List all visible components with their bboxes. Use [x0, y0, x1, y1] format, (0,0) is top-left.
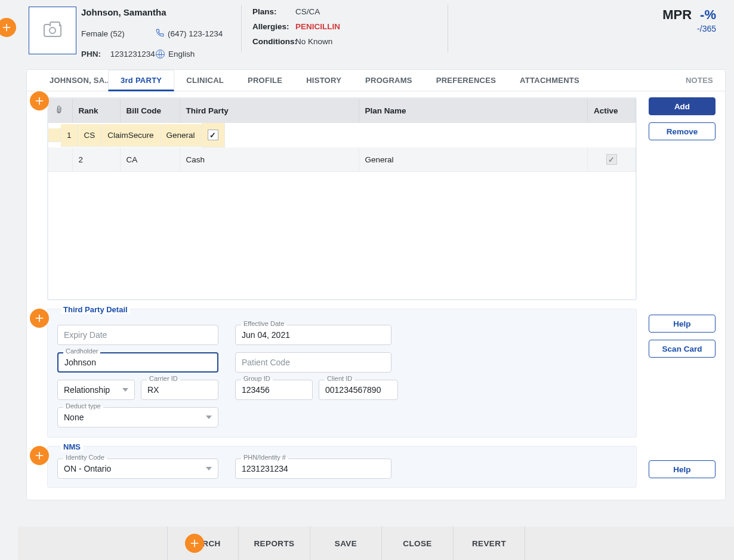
patient-plans: Plans:CS/CA — [252, 7, 340, 16]
col-active[interactable]: Active — [588, 99, 636, 123]
globe-icon — [156, 50, 165, 59]
col-rank[interactable]: Rank — [72, 99, 120, 123]
mpr-block: MPR-% -/365 — [662, 5, 716, 61]
tab-notes[interactable]: NOTES — [674, 70, 725, 91]
divider — [448, 5, 448, 53]
chevron-down-icon — [206, 467, 212, 470]
patient-language: English — [156, 50, 230, 59]
active-checkbox[interactable]: ✓ — [208, 130, 218, 140]
remove-button[interactable]: Remove — [649, 122, 716, 140]
patient-sex-age: Female (52) — [81, 29, 156, 39]
plus-icon-bottom[interactable]: ＋ — [185, 534, 204, 553]
tab-history[interactable]: HISTORY — [294, 70, 353, 91]
col-plan[interactable]: Plan Name — [359, 99, 588, 123]
patient-photo-placeholder[interactable] — [29, 7, 76, 54]
cell-rank: 1 — [61, 124, 78, 147]
save-button[interactable]: SAVE — [310, 527, 382, 560]
third-party-detail-section: Third Party Detail Effective Date Cardho… — [47, 309, 637, 438]
table-row[interactable]: 2 CA Cash General ✓ — [48, 147, 636, 172]
tab-attachments[interactable]: ATTACHMENTS — [508, 70, 591, 91]
reports-button[interactable]: REPORTS — [239, 527, 310, 560]
cell-plan: General — [161, 124, 202, 147]
plus-icon-top[interactable]: ＋ — [0, 18, 16, 37]
active-checkbox: ✓ — [606, 154, 617, 165]
section-legend: Third Party Detail — [61, 305, 130, 314]
col-thirdparty[interactable]: Third Party — [180, 99, 359, 123]
client-id-field[interactable]: Client ID — [319, 380, 398, 400]
cell-thirdparty: ClaimSecure — [101, 124, 160, 147]
tab-patient[interactable]: JOHNSON, SA... — [38, 70, 108, 91]
patient-name: Johnson, Samantha — [81, 7, 230, 17]
phn-identity-field[interactable]: PHN/Identity # — [235, 459, 391, 479]
patient-header: Johnson, Samantha Female (52) (647) 123-… — [26, 5, 734, 61]
main-card: JOHNSON, SA... 3rd PARTY CLINICAL PROFIL… — [26, 69, 726, 500]
cell-thirdparty: Cash — [180, 147, 359, 172]
tab-preferences[interactable]: PREFERENCES — [424, 70, 508, 91]
cell-billcode: CA — [120, 147, 180, 172]
patient-conditions: Conditions:No Known — [252, 37, 340, 46]
camera-icon — [44, 24, 61, 37]
scan-card-button[interactable]: Scan Card — [649, 340, 716, 358]
bottom-toolbar: ＋ SEARCH REPORTS SAVE CLOSE REVERT — [18, 527, 734, 560]
relationship-select[interactable]: Relationship — [57, 380, 135, 400]
cell-plan: General — [359, 147, 588, 172]
plus-icon-table[interactable]: ＋ — [30, 91, 49, 110]
section-legend: NMS — [61, 442, 83, 451]
effective-date-field[interactable]: Effective Date — [235, 325, 391, 345]
carrier-id-field[interactable]: Carrier ID — [141, 380, 218, 400]
expiry-date-field[interactable] — [57, 325, 218, 345]
table-row[interactable]: 1 CS ClaimSecure General ✓ — [48, 123, 72, 147]
patient-phone: (647) 123-1234 — [156, 29, 230, 39]
third-party-table: Rank Bill Code Third Party Plan Name Act… — [47, 97, 637, 300]
group-id-field[interactable]: Group ID — [235, 380, 313, 400]
help-button[interactable]: Help — [649, 460, 716, 478]
tab-clinical[interactable]: CLINICAL — [174, 70, 236, 91]
cell-billcode: CS — [78, 124, 102, 147]
divider — [241, 5, 242, 53]
revert-button[interactable]: REVERT — [454, 527, 525, 560]
deduct-type-select[interactable]: Deduct type None — [57, 407, 218, 427]
identity-code-select[interactable]: Identity Code ON - Ontario — [57, 459, 218, 479]
col-billcode[interactable]: Bill Code — [120, 99, 180, 123]
chevron-down-icon — [122, 388, 128, 392]
cell-rank: 2 — [72, 147, 120, 172]
cardholder-field[interactable]: Cardholder — [57, 352, 218, 373]
plus-icon-nms[interactable]: ＋ — [30, 446, 49, 465]
tab-profile[interactable]: PROFILE — [236, 70, 294, 91]
patient-phn: PHN: 1231231234 — [81, 50, 156, 59]
paperclip-icon — [52, 103, 64, 115]
plus-icon-detail[interactable]: ＋ — [30, 309, 49, 328]
patient-code-field[interactable] — [235, 352, 391, 373]
chevron-down-icon — [206, 416, 212, 419]
tabs-bar: JOHNSON, SA... 3rd PARTY CLINICAL PROFIL… — [27, 70, 725, 91]
close-button[interactable]: CLOSE — [382, 527, 454, 560]
patient-allergies: Allergies:PENICILLIN — [252, 22, 340, 31]
tab-programs[interactable]: PROGRAMS — [353, 70, 424, 91]
tab-third-party[interactable]: 3rd PARTY — [108, 70, 174, 91]
add-button[interactable]: Add — [649, 97, 716, 115]
col-attachment — [48, 99, 72, 123]
phone-icon — [156, 29, 164, 39]
nms-section: NMS Identity Code ON - Ontario PHN/Ident… — [47, 446, 637, 488]
help-button[interactable]: Help — [649, 315, 716, 333]
